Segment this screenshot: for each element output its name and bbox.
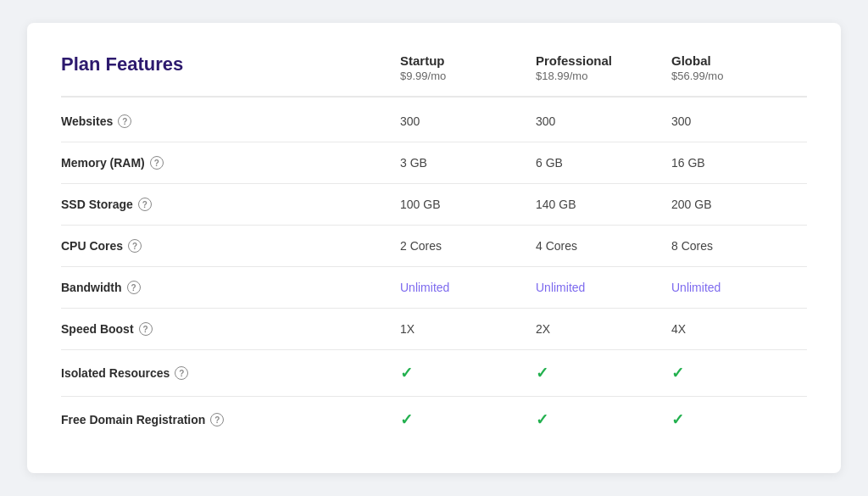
table-row: Memory (RAM)?3 GB6 GB16 GB bbox=[61, 142, 807, 184]
question-icon[interactable]: ? bbox=[128, 239, 142, 253]
table-row: Speed Boost?1X2X4X bbox=[61, 309, 807, 350]
feature-label-text-7: Free Domain Registration bbox=[61, 413, 205, 426]
feature-value-7-0: ✓ bbox=[400, 410, 536, 429]
feature-value-6-0: ✓ bbox=[400, 364, 536, 382]
feature-value-5-1: 2X bbox=[536, 322, 671, 336]
feature-value-7-1: ✓ bbox=[536, 410, 671, 429]
feature-label-0: Websites? bbox=[61, 114, 400, 128]
table-row: Websites?300300300 bbox=[61, 101, 807, 142]
feature-label-text-6: Isolated Resources bbox=[61, 366, 170, 380]
plan-features-title-cell: Plan Features bbox=[61, 53, 400, 82]
question-icon[interactable]: ? bbox=[210, 413, 224, 426]
table-header: Plan Features Startup $9.99/mo Professio… bbox=[61, 53, 807, 98]
feature-value-5-0: 1X bbox=[400, 322, 536, 336]
question-icon[interactable]: ? bbox=[175, 366, 188, 380]
feature-label-6: Isolated Resources? bbox=[61, 366, 400, 380]
feature-label-text-1: Memory (RAM) bbox=[61, 156, 145, 170]
feature-value-2-2: 200 GB bbox=[671, 198, 807, 211]
table-row: Free Domain Registration?✓✓✓ bbox=[61, 397, 807, 443]
feature-label-5: Speed Boost? bbox=[61, 322, 400, 336]
plan-header-professional: Professional $18.99/mo bbox=[536, 53, 671, 82]
check-icon: ✓ bbox=[536, 411, 548, 428]
question-icon[interactable]: ? bbox=[127, 281, 141, 294]
table-row: CPU Cores?2 Cores4 Cores8 Cores bbox=[61, 226, 807, 267]
feature-value-3-0: 2 Cores bbox=[400, 239, 536, 253]
startup-plan-price: $9.99/mo bbox=[400, 70, 536, 82]
feature-label-7: Free Domain Registration? bbox=[61, 413, 400, 426]
plan-features-title: Plan Features bbox=[61, 53, 183, 75]
feature-value-1-2: 16 GB bbox=[671, 156, 807, 170]
feature-label-3: CPU Cores? bbox=[61, 239, 400, 253]
table-row: Bandwidth?UnlimitedUnlimitedUnlimited bbox=[61, 267, 807, 309]
question-icon[interactable]: ? bbox=[139, 322, 153, 336]
check-icon: ✓ bbox=[400, 365, 413, 382]
feature-value-7-2: ✓ bbox=[671, 410, 807, 429]
check-icon: ✓ bbox=[671, 365, 684, 382]
feature-value-4-1: Unlimited bbox=[536, 281, 671, 294]
table-row: SSD Storage?100 GB140 GB200 GB bbox=[61, 184, 807, 226]
professional-plan-name: Professional bbox=[536, 53, 671, 68]
check-icon: ✓ bbox=[400, 411, 413, 428]
features-table: Websites?300300300Memory (RAM)?3 GB6 GB1… bbox=[61, 101, 807, 443]
plan-header-global: Global $56.99/mo bbox=[671, 53, 807, 82]
feature-value-6-2: ✓ bbox=[671, 364, 807, 382]
professional-plan-price: $18.99/mo bbox=[536, 70, 671, 82]
feature-value-5-2: 4X bbox=[671, 322, 807, 336]
plan-features-card: Plan Features Startup $9.99/mo Professio… bbox=[27, 23, 841, 473]
feature-value-4-0: Unlimited bbox=[400, 281, 536, 294]
feature-value-2-1: 140 GB bbox=[536, 198, 671, 211]
table-row: Isolated Resources?✓✓✓ bbox=[61, 350, 807, 397]
plan-header-startup: Startup $9.99/mo bbox=[400, 53, 536, 82]
feature-label-text-2: SSD Storage bbox=[61, 198, 133, 211]
feature-value-3-2: 8 Cores bbox=[671, 239, 807, 253]
feature-label-text-0: Websites bbox=[61, 114, 113, 128]
feature-label-1: Memory (RAM)? bbox=[61, 156, 400, 170]
feature-label-text-4: Bandwidth bbox=[61, 281, 122, 294]
feature-label-4: Bandwidth? bbox=[61, 281, 400, 294]
startup-plan-name: Startup bbox=[400, 53, 536, 68]
feature-label-2: SSD Storage? bbox=[61, 198, 400, 211]
feature-value-3-1: 4 Cores bbox=[536, 239, 671, 253]
feature-value-1-1: 6 GB bbox=[536, 156, 671, 170]
question-icon[interactable]: ? bbox=[118, 114, 131, 128]
feature-value-0-1: 300 bbox=[536, 114, 671, 128]
feature-value-2-0: 100 GB bbox=[400, 198, 536, 211]
feature-label-text-3: CPU Cores bbox=[61, 239, 123, 253]
check-icon: ✓ bbox=[671, 411, 684, 428]
global-plan-price: $56.99/mo bbox=[671, 70, 807, 82]
feature-value-4-2: Unlimited bbox=[671, 281, 807, 294]
feature-value-0-0: 300 bbox=[400, 114, 536, 128]
question-icon[interactable]: ? bbox=[150, 156, 164, 170]
feature-value-6-1: ✓ bbox=[536, 364, 671, 382]
feature-label-text-5: Speed Boost bbox=[61, 322, 134, 336]
question-icon[interactable]: ? bbox=[138, 198, 152, 211]
global-plan-name: Global bbox=[671, 53, 807, 68]
feature-value-0-2: 300 bbox=[671, 114, 807, 128]
feature-value-1-0: 3 GB bbox=[400, 156, 536, 170]
check-icon: ✓ bbox=[536, 365, 548, 382]
